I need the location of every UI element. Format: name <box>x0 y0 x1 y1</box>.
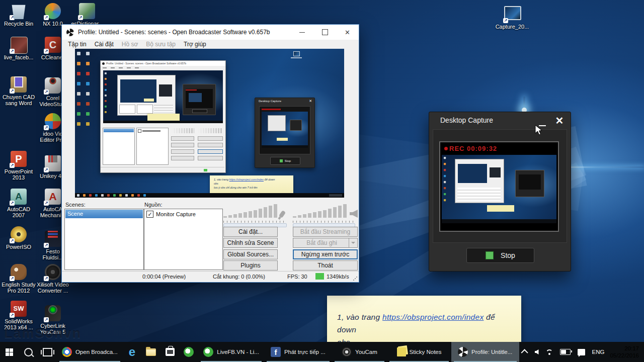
start-recording-button[interactable]: Bắt đầu ghi <box>293 238 358 248</box>
stop-recording-button[interactable]: Stop <box>466 248 534 263</box>
tray-volume[interactable] <box>531 342 542 362</box>
festo-icon <box>45 231 61 247</box>
coccoc-icon <box>184 347 194 357</box>
autocad-icon <box>11 189 27 205</box>
desktop-icon-powerpoint[interactable]: PowerPoint 2013 <box>2 151 36 180</box>
tray-language[interactable]: ENG <box>589 342 608 362</box>
recording-dropdown-arrow[interactable] <box>349 238 357 247</box>
taskbar-sticky-notes[interactable]: Sticky Notes <box>387 342 451 362</box>
desktop-icon-autocad[interactable]: AutoCAD 2007 <box>2 189 36 218</box>
mini-statusbar <box>101 167 224 172</box>
menu-file[interactable]: Tập tin <box>64 41 91 48</box>
desktop-icon-recycle-bin[interactable]: Recycle Bin <box>2 3 36 27</box>
poweriso-icon <box>11 226 27 242</box>
status-time: 0:00:04 (Preview) <box>142 274 186 280</box>
taskbar-coccoc[interactable] <box>180 342 199 362</box>
task-view-button[interactable] <box>38 342 57 362</box>
source-checkbox[interactable] <box>146 211 153 218</box>
desktop-icon-esdictionary[interactable]: esDictionar... <box>70 3 104 27</box>
menu-scene-collection[interactable]: Bộ sưu tập <box>142 41 180 48</box>
taskbar-file-explorer[interactable] <box>141 342 160 362</box>
desktop-icon-poweriso[interactable]: PowerISO <box>2 226 36 250</box>
taskbar-obs-profile[interactable]: Profile: Untitle... <box>451 342 519 362</box>
tray-time: 20:17 <box>610 345 639 352</box>
tray-chevron[interactable] <box>519 342 531 362</box>
menu-settings[interactable]: Cài đặt <box>91 41 118 48</box>
volume-icon <box>535 349 539 354</box>
action-center-icon <box>578 349 585 355</box>
facebook-icon: f <box>271 347 281 357</box>
close-button[interactable]: ✕ <box>336 25 359 40</box>
menu-profile[interactable]: Hồ sơ <box>118 41 142 48</box>
youcam-icon <box>342 347 352 357</box>
global-sources-button[interactable]: Global Sources... <box>223 249 278 259</box>
maximize-button[interactable] <box>313 25 336 40</box>
mouse-cursor <box>535 125 543 136</box>
desktop-icon-nx[interactable]: NX 10.0 <box>36 3 70 27</box>
speaker-icon <box>350 210 358 218</box>
menu-help[interactable]: Trợ giúp <box>180 41 210 48</box>
speaker-slider-ticks <box>293 221 354 223</box>
plugins-button[interactable]: Plugins <box>223 260 278 270</box>
live-facebook-icon <box>11 37 27 53</box>
settings-button[interactable]: Cài đặt... <box>223 227 278 237</box>
taskbar-chrome-obs[interactable]: Open Broadca... <box>57 342 123 362</box>
scenes-list[interactable]: Scene <box>64 209 144 270</box>
mic-volume-meter <box>223 204 290 218</box>
desktop-icon-english-study[interactable]: English Study Pro 2012 <box>2 264 36 294</box>
scene-item[interactable]: Scene <box>65 210 143 218</box>
start-streaming-button[interactable]: Bắt đầu Streaming <box>293 227 358 237</box>
taskbar-youcam[interactable]: YouCam <box>332 342 387 362</box>
chevron-up-icon <box>521 349 528 356</box>
obs-titlebar[interactable]: Profile: Untitled - Scenes: scenes - Ope… <box>62 25 359 40</box>
sources-label: Nguồn: <box>144 202 162 208</box>
mini-taskbar-icons <box>77 194 149 197</box>
obsproject-link[interactable]: https://obsproject.com/index <box>382 313 484 321</box>
preview-mini-capture-window: Desktop Capture ✕ Stop <box>255 98 315 168</box>
start-button[interactable] <box>0 342 19 362</box>
minimize-button[interactable] <box>291 25 313 40</box>
exit-button[interactable]: Thoát <box>293 260 358 270</box>
edit-scene-button[interactable]: Chỉnh sửa Scene <box>223 238 278 248</box>
wifi-icon <box>546 349 553 355</box>
obs-app-icon <box>66 29 74 36</box>
sources-list[interactable]: Monitor Capture <box>144 209 223 270</box>
watermark: LamSonvn <box>4 326 82 341</box>
tray-date: 05/22/2016 <box>610 352 639 359</box>
chrome-icon <box>62 347 72 357</box>
cyberlink-youcam-icon <box>45 305 61 321</box>
status-fps: FPS: 30 <box>287 274 307 280</box>
sticky-notes-icon <box>397 347 406 356</box>
ccleaner-icon <box>45 37 61 53</box>
taskbar-edge[interactable]: e <box>123 342 142 362</box>
capture-preview-frame: REC 00:09:32 <box>439 141 559 232</box>
desktop-icon-chuyen-cad[interactable]: Chuyen CAD sang Word <box>2 73 36 106</box>
taskbar-facebook-live[interactable]: f Phát trực tiếp ... <box>264 342 332 362</box>
edge-icon: e <box>129 347 135 357</box>
rec-indicator: REC 00:09:32 <box>444 145 497 152</box>
capture-close-button[interactable]: ✕ <box>552 114 567 127</box>
tray-clock[interactable]: 20:17 05/22/2016 <box>608 345 644 359</box>
store-icon <box>166 348 175 356</box>
coccoc-icon <box>203 347 213 357</box>
resize-grip[interactable] <box>353 277 357 281</box>
unikey-icon <box>45 155 61 171</box>
tray-battery[interactable] <box>556 342 574 362</box>
source-item[interactable]: Monitor Capture <box>144 209 222 218</box>
obs-window: Profile: Untitled - Scenes: scenes - Ope… <box>61 24 359 283</box>
taskbar-livefb[interactable]: LiveFB.VN - Li... <box>198 342 264 362</box>
desktop-icon-capture-file[interactable]: Capture_20... <box>495 4 529 30</box>
stop-preview-button[interactable]: Ngừng xem trước <box>293 249 358 259</box>
taskbar-store[interactable] <box>160 342 180 362</box>
mini-sources-list <box>136 128 169 165</box>
mini-icons <box>105 72 107 117</box>
tray-wifi[interactable] <box>542 342 556 362</box>
search-button[interactable] <box>19 342 38 362</box>
obs-menubar: Tập tin Cài đặt Hồ sơ Bộ sưu tập Trợ giú… <box>62 40 359 49</box>
desktop-capture-window: Desktop Capture ✕ REC 00:09:32 Stop <box>429 112 571 272</box>
file-explorer-icon <box>146 348 156 356</box>
tray-action-center[interactable] <box>574 342 589 362</box>
mini-capture-level2 <box>183 84 216 115</box>
desktop-icon-live-facebook[interactable]: live_faceb... <box>2 37 36 60</box>
sticky-note-line1: 1, vào trang https://obsproject.com/inde… <box>337 311 514 336</box>
